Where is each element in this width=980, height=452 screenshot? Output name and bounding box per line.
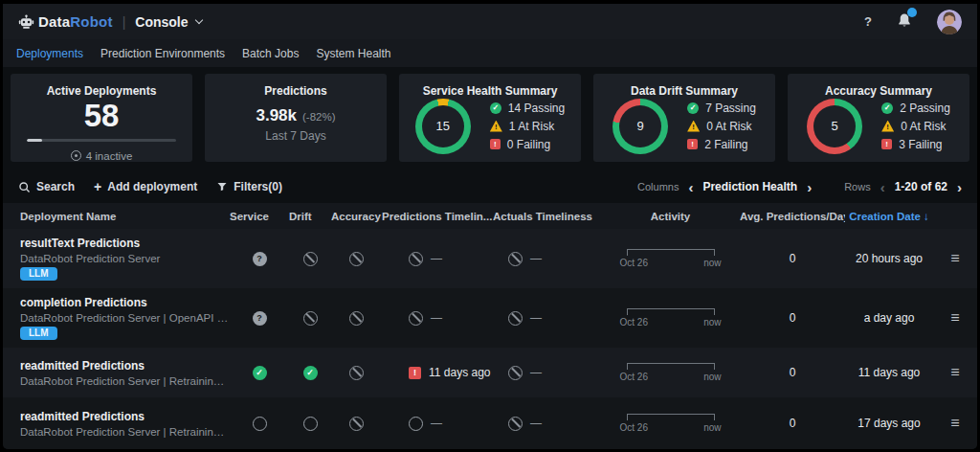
- donut-total: 9: [619, 105, 661, 147]
- drift-status-icon: ✓: [303, 366, 318, 380]
- col-avg-predictions-day[interactable]: Avg. Predictions/Day: [740, 211, 845, 222]
- deployment-name[interactable]: resultText Predictions: [20, 237, 230, 250]
- user-avatar[interactable]: [937, 10, 962, 34]
- row-actions-menu-icon[interactable]: ≡: [933, 415, 977, 432]
- actuals-timeliness-text: —: [530, 417, 542, 430]
- rows-label: Rows: [844, 181, 871, 192]
- table-row[interactable]: resultText Predictions DataRobot Predict…: [3, 229, 977, 288]
- accuracy-donut-chart: 5: [807, 99, 862, 154]
- deployment-subtitle: DataRobot Prediction Server: [20, 253, 230, 264]
- datarobot-logo[interactable]: DataRobot: [18, 13, 113, 31]
- row-actions-menu-icon[interactable]: ≡: [933, 364, 977, 381]
- service-status-icon: ?: [253, 311, 267, 326]
- card-title: Service Health Summary: [423, 84, 558, 98]
- creation-date-value: 17 days ago: [845, 417, 933, 430]
- predictions-timeliness-icon: [409, 252, 423, 266]
- col-activity[interactable]: Activity: [601, 211, 740, 222]
- deployment-subtitle: DataRobot Prediction Server | OpenAPI LL…: [20, 312, 230, 324]
- passing-check-icon: [881, 102, 893, 114]
- search-button[interactable]: Search: [18, 180, 75, 193]
- filters-button[interactable]: Filters(0): [216, 180, 282, 193]
- actuals-timeliness-icon: [508, 366, 523, 380]
- avg-predictions-day-value: 0: [740, 252, 845, 265]
- active-deployments-card: Active Deployments 58 4 inactive: [11, 74, 192, 162]
- columns-next-button[interactable]: ›: [807, 180, 812, 194]
- deployments-table-body: resultText Predictions DataRobot Predict…: [3, 229, 977, 449]
- chevron-down-icon: [194, 16, 202, 24]
- summary-cards: Active Deployments 58 4 inactive Predict…: [3, 67, 977, 170]
- at-risk-warning-icon: [687, 121, 700, 132]
- service-status-icon: [253, 417, 267, 431]
- legend-passing: 7 Passing: [705, 102, 756, 115]
- legend-at-risk: 0 At Risk: [901, 120, 946, 133]
- deployment-name[interactable]: readmitted Predictions: [20, 410, 230, 423]
- deployments-toolbar: Search + Add deployment Filters(0) Colum…: [3, 170, 977, 203]
- legend-at-risk: 0 At Risk: [706, 120, 751, 133]
- predictions-timeliness-text: —: [431, 417, 442, 430]
- card-title: Data Drift Summary: [631, 84, 738, 98]
- service-health-summary-card: Service Health Summary 15 14 Passing 1 A…: [399, 74, 581, 162]
- activity-sparkline: Oct 26now: [601, 414, 740, 433]
- legend-passing: 2 Passing: [900, 102, 950, 115]
- card-title: Active Deployments: [47, 84, 157, 98]
- brand-robot-text: Robot: [70, 13, 112, 30]
- passing-check-icon: [490, 102, 501, 114]
- search-icon: [18, 181, 31, 193]
- data-drift-donut-chart: 9: [612, 99, 668, 154]
- donut-total: 5: [813, 105, 856, 147]
- row-actions-menu-icon[interactable]: ≡: [933, 309, 977, 327]
- table-row[interactable]: readmitted Predictions DataRobot Predict…: [3, 397, 977, 449]
- sort-descending-arrow-icon: ↓: [924, 211, 929, 222]
- table-row[interactable]: readmitted Predictions DataRobot Predict…: [3, 348, 977, 397]
- col-creation-date-sorted[interactable]: Creation Date ↓: [845, 211, 933, 222]
- failing-alert-icon: [881, 139, 892, 149]
- avg-predictions-day-value: 0: [740, 311, 845, 325]
- notification-badge: [907, 8, 917, 17]
- predictions-timeliness-text: —: [431, 252, 442, 265]
- accuracy-status-icon: [349, 252, 364, 266]
- service-status-icon: ?: [253, 252, 267, 266]
- rows-prev-button[interactable]: ‹: [880, 180, 885, 194]
- accuracy-summary-card: Accuracy Summary 5 2 Passing 0 At Risk 3…: [788, 74, 969, 162]
- deployment-subtitle: DataRobot Prediction Server | Retraining…: [20, 426, 230, 438]
- legend-passing: 14 Passing: [508, 102, 565, 115]
- creation-date-value: 20 hours ago: [845, 252, 933, 265]
- plus-icon: +: [94, 179, 101, 194]
- predictions-delta: (-82%): [302, 111, 336, 123]
- creation-date-value: a day ago: [845, 311, 933, 325]
- tab-batch-jobs[interactable]: Batch Jobs: [242, 47, 299, 60]
- donut-total: 15: [422, 105, 464, 147]
- notifications-button[interactable]: [897, 12, 912, 32]
- tab-prediction-environments[interactable]: Prediction Environments: [100, 47, 225, 60]
- deployment-name[interactable]: readmitted Predictions: [20, 359, 230, 373]
- activity-range-bracket: [627, 308, 715, 315]
- col-predictions-timeliness[interactable]: Predictions Timelin...: [382, 211, 493, 222]
- console-app-switcher[interactable]: Console: [135, 14, 201, 30]
- at-risk-warning-icon: [881, 121, 894, 132]
- inactive-icon: [71, 150, 81, 161]
- tab-system-health[interactable]: System Health: [316, 47, 390, 60]
- deployment-name[interactable]: completion Predictions: [20, 296, 230, 309]
- brand-data-text: Data: [38, 13, 70, 30]
- col-deployment-name[interactable]: Deployment Name: [3, 211, 230, 222]
- col-drift[interactable]: Drift: [289, 211, 331, 222]
- activity-sparkline: Oct 26now: [601, 308, 740, 328]
- rows-next-button[interactable]: ›: [957, 180, 962, 194]
- col-service[interactable]: Service: [230, 211, 289, 222]
- row-actions-menu-icon[interactable]: ≡: [933, 250, 977, 267]
- failing-alert-icon: [687, 139, 698, 149]
- tab-deployments[interactable]: Deployments: [16, 47, 83, 60]
- col-accuracy[interactable]: Accuracy: [331, 211, 382, 222]
- help-button[interactable]: ?: [864, 14, 872, 29]
- col-actuals-timeliness[interactable]: Actuals Timeliness: [493, 211, 601, 222]
- activity-sparkline: Oct 26now: [601, 249, 740, 268]
- columns-preset-value: Prediction Health: [702, 180, 797, 193]
- predictions-timeliness-icon: !: [409, 367, 421, 379]
- columns-prev-button[interactable]: ‹: [688, 180, 693, 194]
- actuals-timeliness-text: —: [530, 252, 542, 265]
- inactive-note: 4 inactive: [86, 150, 133, 162]
- add-deployment-button[interactable]: + Add deployment: [94, 179, 197, 194]
- deployments-progress-bar: [27, 139, 176, 142]
- table-row[interactable]: completion Predictions DataRobot Predict…: [3, 288, 977, 348]
- service-status-icon: ✓: [253, 366, 267, 380]
